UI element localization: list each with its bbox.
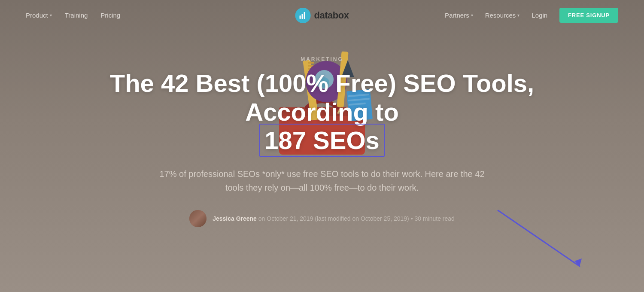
svg-line-21 <box>498 210 580 266</box>
nav-training[interactable]: Training <box>65 12 88 19</box>
author-info: Jessica Greene on October 21, 2019 (last… <box>213 215 455 222</box>
author-avatar <box>189 210 207 227</box>
svg-rect-19 <box>302 14 303 19</box>
author-name: Jessica Greene <box>213 215 257 222</box>
navbar: Product ▾ Training Pricing databox <box>0 0 644 30</box>
hero-title: The 42 Best (100% Free) SEO Tools, Accor… <box>86 69 558 155</box>
svg-rect-18 <box>300 15 301 19</box>
signup-button[interactable]: FREE SIGNUP <box>559 8 618 23</box>
logo-icon <box>295 8 311 23</box>
nav-right: Partners ▾ Resources ▾ Login FREE SIGNUP <box>445 8 618 23</box>
nav-login[interactable]: Login <box>532 12 547 19</box>
product-chevron-icon: ▾ <box>50 13 52 18</box>
nav-pricing[interactable]: Pricing <box>100 12 120 19</box>
author-date: on October 21, 2019 (last modified on Oc… <box>258 215 455 222</box>
nav-product[interactable]: Product ▾ <box>26 12 52 19</box>
svg-rect-20 <box>304 12 305 19</box>
nav-resources[interactable]: Resources ▾ <box>485 12 520 19</box>
nav-partners[interactable]: Partners ▾ <box>445 12 473 19</box>
resources-chevron-icon: ▾ <box>517 13 519 18</box>
hero-subtitle: 17% of professional SEOs *only* use free… <box>155 167 489 195</box>
partners-chevron-icon: ▾ <box>471 13 473 18</box>
nav-left: Product ▾ Training Pricing <box>26 12 120 19</box>
logo[interactable]: databox <box>295 8 349 23</box>
category-label: MARKETING <box>301 56 343 62</box>
logo-text: databox <box>314 10 349 21</box>
avatar-image <box>189 210 207 227</box>
author-row: Jessica Greene on October 21, 2019 (last… <box>189 210 455 227</box>
title-highlight: 187 SEOs <box>259 124 385 157</box>
annotation-arrow <box>472 198 601 275</box>
hero-section: Product ▾ Training Pricing databox <box>0 0 644 292</box>
